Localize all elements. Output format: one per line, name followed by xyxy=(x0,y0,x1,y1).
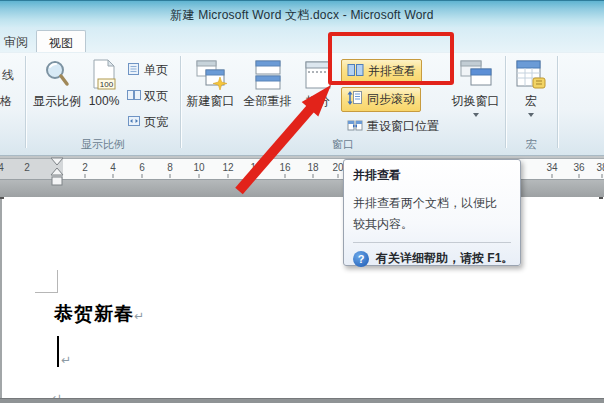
tooltip-body: 并排查看两个文档，以便比 较其内容。 xyxy=(353,193,511,235)
title-bar[interactable]: 新建 Microsoft Word 文档.docx - Microsoft Wo… xyxy=(0,0,604,27)
page-corner-notch xyxy=(599,197,603,199)
ruler-tick xyxy=(85,174,86,178)
switch-windows-icon xyxy=(459,57,493,93)
ruler-tick xyxy=(313,174,314,178)
tooltip-help-text: 有关详细帮助，请按 F1。 xyxy=(376,250,513,267)
ruler-tick xyxy=(256,174,257,178)
annotation-rectangle xyxy=(328,32,454,85)
ruler-number: 6 xyxy=(139,162,145,173)
new-window-icon xyxy=(194,57,228,93)
ruler-number: 8 xyxy=(167,162,173,173)
svg-text:100: 100 xyxy=(100,80,114,89)
reset-position-icon xyxy=(347,118,363,136)
group-separator xyxy=(180,56,181,148)
new-window-button[interactable]: 新建窗口 xyxy=(183,55,238,135)
zoom-100-button[interactable]: 100 100% xyxy=(86,55,122,135)
page-edge-shadow xyxy=(0,197,2,398)
tab-review[interactable]: 审阅 xyxy=(0,30,40,52)
document-heading: 恭贺新春↵ xyxy=(54,301,145,327)
split-label: 拆分 xyxy=(306,95,330,108)
zoom-button[interactable]: 显示比例 xyxy=(28,55,86,135)
macros-icon xyxy=(515,57,547,93)
zoom-button-label: 显示比例 xyxy=(33,95,81,108)
macro-group-label: 宏 xyxy=(505,137,557,152)
show-group-fragment-gridlines[interactable]: 线 xyxy=(2,67,14,84)
indent-marker[interactable] xyxy=(50,157,64,189)
help-icon: ? xyxy=(353,251,369,267)
arrange-all-label: 全部重排 xyxy=(244,95,292,108)
switch-windows-label: 切换窗口 xyxy=(452,95,500,108)
ruler-number: 36 xyxy=(573,162,584,173)
ruler-number: 10 xyxy=(193,162,204,173)
bottom-strip xyxy=(0,398,604,403)
reset-window-position-button[interactable]: 重设窗口位置 xyxy=(341,115,445,138)
ruler-tick xyxy=(142,174,143,178)
ruler-number: 20 xyxy=(332,162,343,173)
ruler-number: 34 xyxy=(546,162,557,173)
sync-scroll-icon xyxy=(347,90,363,109)
ruler-number: 18 xyxy=(307,162,318,173)
ruler-number: 4 xyxy=(0,162,4,173)
switch-windows-button[interactable]: 切换窗口 xyxy=(447,55,504,135)
ruler-tick xyxy=(338,174,339,178)
ruler-number: 4 xyxy=(110,162,116,173)
two-pages-button[interactable]: 双页 xyxy=(127,87,168,105)
ruler-tick xyxy=(170,174,171,178)
arrange-all-button[interactable]: 全部重排 xyxy=(240,55,295,135)
magnifier-icon xyxy=(44,57,71,93)
ruler-tick xyxy=(228,174,229,178)
two-pages-icon xyxy=(127,88,141,105)
text-cursor xyxy=(57,336,59,367)
ribbon: 线 格 显示比例 xyxy=(0,52,604,156)
window-group-label: 窗口 xyxy=(181,137,505,152)
macros-label: 宏 xyxy=(525,95,537,108)
one-page-button[interactable]: 单页 xyxy=(127,61,168,79)
one-page-icon xyxy=(127,62,141,79)
sync-scroll-button[interactable]: 同步滚动 xyxy=(341,87,421,112)
paragraph-mark-icon: ↵ xyxy=(134,309,145,323)
ribbon-tab-row: 审阅 视图 xyxy=(0,27,604,52)
dropdown-arrow-icon xyxy=(528,113,534,117)
ruler-tick xyxy=(285,174,286,178)
arrange-all-icon xyxy=(253,57,283,93)
ruler-number: 38 xyxy=(596,162,604,173)
paragraph-mark-icon: ↵ xyxy=(61,353,71,367)
show-group-fragment-navpane[interactable]: 格 xyxy=(0,93,12,110)
macros-button[interactable]: 宏 xyxy=(509,55,553,135)
group-separator xyxy=(557,56,558,148)
margin-corner-mark xyxy=(35,292,58,293)
reset-window-position-label: 重设窗口位置 xyxy=(367,118,439,135)
one-page-label: 单页 xyxy=(144,62,168,79)
page-width-label: 页宽 xyxy=(144,114,168,131)
ruler-number: 2 xyxy=(82,162,88,173)
tooltip-divider xyxy=(353,242,511,243)
group-separator xyxy=(505,56,506,148)
word-window: 新建 Microsoft Word 文档.docx - Microsoft Wo… xyxy=(0,0,604,403)
ruler-number: 14 xyxy=(250,162,261,173)
ruler-tick xyxy=(579,174,580,178)
tab-view[interactable]: 视图 xyxy=(36,30,86,52)
zoom-100-icon: 100 xyxy=(90,57,118,93)
ruler-tick xyxy=(602,174,603,178)
tooltip-title: 并排查看 xyxy=(353,167,511,184)
page-width-icon xyxy=(127,114,141,131)
ruler-tick xyxy=(113,174,114,178)
new-window-label: 新建窗口 xyxy=(187,95,235,108)
side-by-side-tooltip: 并排查看 并排查看两个文档，以便比 较其内容。 ? 有关详细帮助，请按 F1。 xyxy=(343,159,521,266)
zoom-100-label: 100% xyxy=(89,95,120,108)
ruler-number: 12 xyxy=(222,162,233,173)
dropdown-arrow-icon xyxy=(473,113,479,117)
page-width-button[interactable]: 页宽 xyxy=(127,113,168,131)
window-title: 新建 Microsoft Word 文档.docx - Microsoft Wo… xyxy=(0,7,604,24)
two-pages-label: 双页 xyxy=(144,88,168,105)
sync-scroll-label: 同步滚动 xyxy=(367,91,415,108)
ruler-number: 16 xyxy=(279,162,290,173)
page-corner-notch xyxy=(0,197,4,199)
ruler-tick xyxy=(199,174,200,178)
zoom-group-label: 显示比例 xyxy=(26,137,180,152)
ruler-tick xyxy=(552,174,553,178)
group-separator xyxy=(25,56,26,148)
margin-corner-mark xyxy=(57,270,58,293)
ruler-number: 2 xyxy=(24,162,30,173)
